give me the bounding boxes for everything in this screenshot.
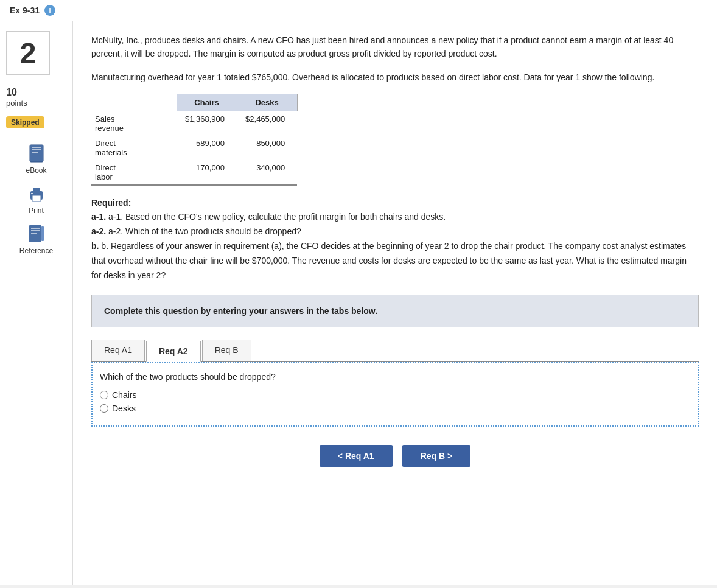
points-label: points <box>6 99 27 108</box>
desks-sales: $2,465,000 <box>237 111 297 136</box>
print-label: Print <box>29 206 44 215</box>
svg-rect-6 <box>32 195 41 201</box>
ebook-label: eBook <box>26 166 46 175</box>
problem-paragraph-1: McNulty, Inc., produces desks and chairs… <box>91 33 699 61</box>
svg-rect-7 <box>31 193 33 194</box>
table-header-chairs: Chairs <box>177 94 237 111</box>
required-section: Required: a-1. a-1. Based on the CFO's n… <box>91 196 699 283</box>
table-row: Directlabor 170,000 340,000 <box>91 160 297 185</box>
chairs-materials: 589,000 <box>177 136 237 160</box>
req-a1-text: a-1. a-1. Based on the CFO's new policy,… <box>91 212 446 222</box>
ebook-tool[interactable]: eBook <box>6 144 66 175</box>
question-number: 2 <box>6 31 50 75</box>
ebook-icon <box>27 144 46 164</box>
points-value: 10 <box>6 87 17 97</box>
print-icon <box>27 184 46 204</box>
desks-materials: 850,000 <box>237 136 297 160</box>
row-label-labor: Directlabor <box>91 160 177 185</box>
radio-option-desks[interactable]: Desks <box>100 404 690 413</box>
tab-question: Which of the two products should be drop… <box>100 372 690 382</box>
table-row: Salesrevenue $1,368,900 $2,465,000 <box>91 111 297 136</box>
required-title: Required: <box>91 198 131 208</box>
radio-chairs[interactable] <box>100 391 108 399</box>
table-header-desks: Desks <box>237 94 297 111</box>
tabs-row: Req A1 Req A2 Req B <box>91 340 699 362</box>
content-area: McNulty, Inc., produces desks and chairs… <box>73 21 717 585</box>
exercise-title: Ex 9-31 <box>10 5 40 15</box>
svg-rect-12 <box>31 233 37 234</box>
row-label-sales: Salesrevenue <box>91 111 177 136</box>
tab-content-area: Which of the two products should be drop… <box>91 362 699 427</box>
req-b-text: b. b. Regardless of your answer in requi… <box>91 241 687 280</box>
info-icon[interactable]: i <box>44 5 55 16</box>
radio-desks[interactable] <box>100 404 108 413</box>
svg-rect-1 <box>32 147 41 148</box>
tab-req-a1[interactable]: Req A1 <box>91 340 145 361</box>
svg-rect-9 <box>41 226 44 241</box>
data-table: Chairs Desks Salesrevenue $1,368,900 $2,… <box>91 94 298 186</box>
chairs-sales: $1,368,900 <box>177 111 237 136</box>
sidebar: 2 10 points Skipped eBook <box>0 21 73 585</box>
table-row: Directmaterials 589,000 850,000 <box>91 136 297 160</box>
skipped-badge: Skipped <box>6 116 44 128</box>
desks-labor: 340,000 <box>237 160 297 185</box>
row-label-materials: Directmaterials <box>91 136 177 160</box>
chairs-labor: 170,000 <box>177 160 237 185</box>
problem-paragraph-2: Manufacturing overhead for year 1 totale… <box>91 71 699 84</box>
next-button[interactable]: Req B > <box>402 445 471 467</box>
req-a2-text: a-2. a-2. Which of the two products shou… <box>91 226 301 236</box>
reference-tool[interactable]: Reference <box>6 225 66 255</box>
radio-desks-label: Desks <box>112 404 136 413</box>
svg-rect-11 <box>31 230 40 231</box>
svg-rect-5 <box>33 188 40 192</box>
tabs-container: Req A1 Req A2 Req B Which of the two pro… <box>91 340 699 427</box>
svg-rect-3 <box>32 152 38 153</box>
prev-button[interactable]: < Req A1 <box>320 445 393 467</box>
sidebar-tools: eBook Print <box>6 144 66 255</box>
svg-rect-2 <box>32 149 41 150</box>
tab-req-a2[interactable]: Req A2 <box>146 341 201 362</box>
complete-box: Complete this question by entering your … <box>91 295 699 327</box>
tab-req-b[interactable]: Req B <box>202 340 251 361</box>
reference-icon <box>27 225 46 244</box>
radio-option-chairs[interactable]: Chairs <box>100 390 690 400</box>
nav-buttons: < Req A1 Req B > <box>91 445 699 467</box>
svg-rect-10 <box>31 228 40 229</box>
radio-chairs-label: Chairs <box>112 390 136 400</box>
reference-label: Reference <box>19 247 53 255</box>
print-tool[interactable]: Print <box>6 184 66 215</box>
